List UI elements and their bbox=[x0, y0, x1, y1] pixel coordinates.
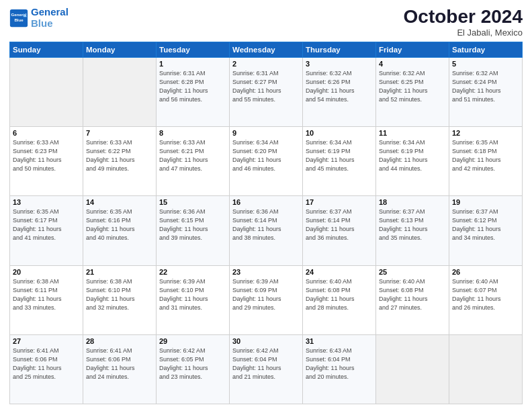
day-number: 30 bbox=[232, 337, 300, 345]
calendar-cell: 23Sunrise: 6:39 AM Sunset: 6:09 PM Dayli… bbox=[230, 265, 303, 334]
day-detail: Sunrise: 6:32 AM Sunset: 6:26 PM Dayligh… bbox=[306, 69, 373, 104]
day-detail: Sunrise: 6:40 AM Sunset: 6:07 PM Dayligh… bbox=[452, 277, 519, 312]
day-detail: Sunrise: 6:37 AM Sunset: 6:14 PM Dayligh… bbox=[306, 208, 373, 242]
day-number: 23 bbox=[232, 268, 300, 276]
page: General Blue GeneralBlue October 2024 El… bbox=[0, 0, 532, 411]
day-detail: Sunrise: 6:42 AM Sunset: 6:04 PM Dayligh… bbox=[232, 347, 300, 381]
day-number: 5 bbox=[452, 60, 519, 68]
day-detail: Sunrise: 6:36 AM Sunset: 6:14 PM Dayligh… bbox=[232, 208, 300, 242]
calendar-cell bbox=[449, 334, 523, 404]
logo: General Blue GeneralBlue bbox=[9, 7, 69, 29]
calendar-cell: 1Sunrise: 6:31 AM Sunset: 6:28 PM Daylig… bbox=[157, 57, 230, 126]
weekday-header-tuesday: Tuesday bbox=[157, 42, 230, 57]
day-detail: Sunrise: 6:39 AM Sunset: 6:10 PM Dayligh… bbox=[159, 277, 226, 312]
day-detail: Sunrise: 6:38 AM Sunset: 6:10 PM Dayligh… bbox=[86, 277, 153, 312]
day-number: 25 bbox=[379, 268, 446, 276]
calendar-cell: 30Sunrise: 6:42 AM Sunset: 6:04 PM Dayli… bbox=[230, 334, 303, 404]
weekday-header-monday: Monday bbox=[83, 42, 157, 57]
day-detail: Sunrise: 6:32 AM Sunset: 6:24 PM Dayligh… bbox=[452, 69, 519, 104]
day-number: 6 bbox=[13, 129, 80, 137]
week-row-5: 27Sunrise: 6:41 AM Sunset: 6:06 PM Dayli… bbox=[10, 334, 523, 404]
day-detail: Sunrise: 6:31 AM Sunset: 6:28 PM Dayligh… bbox=[159, 69, 226, 104]
month-title: October 2024 bbox=[404, 7, 523, 28]
day-number: 9 bbox=[232, 129, 300, 137]
calendar-cell bbox=[376, 334, 449, 404]
day-number: 10 bbox=[306, 129, 373, 137]
calendar-cell: 15Sunrise: 6:36 AM Sunset: 6:15 PM Dayli… bbox=[157, 196, 230, 265]
calendar-cell: 18Sunrise: 6:37 AM Sunset: 6:13 PM Dayli… bbox=[376, 196, 449, 265]
logo-text: GeneralBlue bbox=[31, 7, 69, 29]
day-number: 28 bbox=[86, 337, 153, 345]
calendar-cell: 29Sunrise: 6:42 AM Sunset: 6:05 PM Dayli… bbox=[157, 334, 230, 404]
calendar-cell: 17Sunrise: 6:37 AM Sunset: 6:14 PM Dayli… bbox=[303, 196, 376, 265]
day-number: 3 bbox=[306, 60, 373, 68]
day-number: 22 bbox=[159, 268, 226, 276]
day-number: 19 bbox=[452, 198, 519, 206]
calendar-cell: 25Sunrise: 6:40 AM Sunset: 6:08 PM Dayli… bbox=[376, 265, 449, 334]
calendar-cell: 21Sunrise: 6:38 AM Sunset: 6:10 PM Dayli… bbox=[83, 265, 157, 334]
day-detail: Sunrise: 6:31 AM Sunset: 6:27 PM Dayligh… bbox=[232, 69, 300, 104]
calendar-cell: 4Sunrise: 6:32 AM Sunset: 6:25 PM Daylig… bbox=[376, 57, 449, 126]
calendar-cell: 6Sunrise: 6:33 AM Sunset: 6:23 PM Daylig… bbox=[10, 127, 83, 196]
weekday-header-sunday: Sunday bbox=[10, 42, 83, 57]
calendar-body: 1Sunrise: 6:31 AM Sunset: 6:28 PM Daylig… bbox=[10, 57, 523, 404]
day-detail: Sunrise: 6:33 AM Sunset: 6:21 PM Dayligh… bbox=[159, 138, 226, 173]
week-row-2: 6Sunrise: 6:33 AM Sunset: 6:23 PM Daylig… bbox=[10, 127, 523, 196]
day-detail: Sunrise: 6:35 AM Sunset: 6:16 PM Dayligh… bbox=[86, 208, 153, 242]
day-number: 8 bbox=[159, 129, 226, 137]
calendar-cell: 31Sunrise: 6:43 AM Sunset: 6:04 PM Dayli… bbox=[303, 334, 376, 404]
day-number: 1 bbox=[159, 60, 226, 68]
day-detail: Sunrise: 6:35 AM Sunset: 6:17 PM Dayligh… bbox=[13, 208, 80, 242]
calendar-cell: 10Sunrise: 6:34 AM Sunset: 6:19 PM Dayli… bbox=[303, 127, 376, 196]
day-detail: Sunrise: 6:37 AM Sunset: 6:12 PM Dayligh… bbox=[452, 208, 519, 242]
day-detail: Sunrise: 6:42 AM Sunset: 6:05 PM Dayligh… bbox=[159, 347, 226, 381]
day-detail: Sunrise: 6:33 AM Sunset: 6:23 PM Dayligh… bbox=[13, 138, 80, 173]
day-detail: Sunrise: 6:34 AM Sunset: 6:20 PM Dayligh… bbox=[232, 138, 300, 173]
calendar-cell: 2Sunrise: 6:31 AM Sunset: 6:27 PM Daylig… bbox=[230, 57, 303, 126]
calendar-cell: 9Sunrise: 6:34 AM Sunset: 6:20 PM Daylig… bbox=[230, 127, 303, 196]
day-detail: Sunrise: 6:40 AM Sunset: 6:08 PM Dayligh… bbox=[306, 277, 373, 312]
week-row-4: 20Sunrise: 6:38 AM Sunset: 6:11 PM Dayli… bbox=[10, 265, 523, 334]
weekday-header-row: SundayMondayTuesdayWednesdayThursdayFrid… bbox=[10, 42, 523, 57]
calendar-cell bbox=[10, 57, 83, 126]
header: General Blue GeneralBlue October 2024 El… bbox=[9, 7, 523, 38]
weekday-header-friday: Friday bbox=[376, 42, 449, 57]
day-number: 11 bbox=[379, 129, 446, 137]
day-number: 13 bbox=[13, 198, 80, 206]
day-number: 21 bbox=[86, 268, 153, 276]
calendar-table: SundayMondayTuesdayWednesdayThursdayFrid… bbox=[9, 42, 523, 404]
day-number: 29 bbox=[159, 337, 226, 345]
calendar-cell: 27Sunrise: 6:41 AM Sunset: 6:06 PM Dayli… bbox=[10, 334, 83, 404]
day-number: 27 bbox=[13, 337, 80, 345]
calendar-cell: 3Sunrise: 6:32 AM Sunset: 6:26 PM Daylig… bbox=[303, 57, 376, 126]
day-detail: Sunrise: 6:36 AM Sunset: 6:15 PM Dayligh… bbox=[159, 208, 226, 242]
location: El Jabali, Mexico bbox=[404, 28, 523, 38]
day-detail: Sunrise: 6:41 AM Sunset: 6:06 PM Dayligh… bbox=[13, 347, 80, 381]
weekday-header-wednesday: Wednesday bbox=[230, 42, 303, 57]
day-number: 16 bbox=[232, 198, 300, 206]
calendar-cell: 8Sunrise: 6:33 AM Sunset: 6:21 PM Daylig… bbox=[157, 127, 230, 196]
day-detail: Sunrise: 6:40 AM Sunset: 6:08 PM Dayligh… bbox=[379, 277, 446, 312]
calendar-cell: 5Sunrise: 6:32 AM Sunset: 6:24 PM Daylig… bbox=[449, 57, 523, 126]
day-detail: Sunrise: 6:32 AM Sunset: 6:25 PM Dayligh… bbox=[379, 69, 446, 104]
day-number: 15 bbox=[159, 198, 226, 206]
day-detail: Sunrise: 6:35 AM Sunset: 6:18 PM Dayligh… bbox=[452, 138, 519, 173]
day-detail: Sunrise: 6:37 AM Sunset: 6:13 PM Dayligh… bbox=[379, 208, 446, 242]
weekday-header-thursday: Thursday bbox=[303, 42, 376, 57]
day-detail: Sunrise: 6:38 AM Sunset: 6:11 PM Dayligh… bbox=[13, 277, 80, 312]
calendar-cell: 26Sunrise: 6:40 AM Sunset: 6:07 PM Dayli… bbox=[449, 265, 523, 334]
day-number: 4 bbox=[379, 60, 446, 68]
day-number: 20 bbox=[13, 268, 80, 276]
calendar-cell: 20Sunrise: 6:38 AM Sunset: 6:11 PM Dayli… bbox=[10, 265, 83, 334]
title-block: October 2024 El Jabali, Mexico bbox=[404, 7, 523, 38]
day-number: 17 bbox=[306, 198, 373, 206]
day-number: 26 bbox=[452, 268, 519, 276]
calendar-cell: 13Sunrise: 6:35 AM Sunset: 6:17 PM Dayli… bbox=[10, 196, 83, 265]
week-row-1: 1Sunrise: 6:31 AM Sunset: 6:28 PM Daylig… bbox=[10, 57, 523, 126]
calendar-cell bbox=[83, 57, 157, 126]
calendar-cell: 16Sunrise: 6:36 AM Sunset: 6:14 PM Dayli… bbox=[230, 196, 303, 265]
day-number: 2 bbox=[232, 60, 300, 68]
calendar-cell: 12Sunrise: 6:35 AM Sunset: 6:18 PM Dayli… bbox=[449, 127, 523, 196]
day-number: 24 bbox=[306, 268, 373, 276]
calendar-cell: 24Sunrise: 6:40 AM Sunset: 6:08 PM Dayli… bbox=[303, 265, 376, 334]
